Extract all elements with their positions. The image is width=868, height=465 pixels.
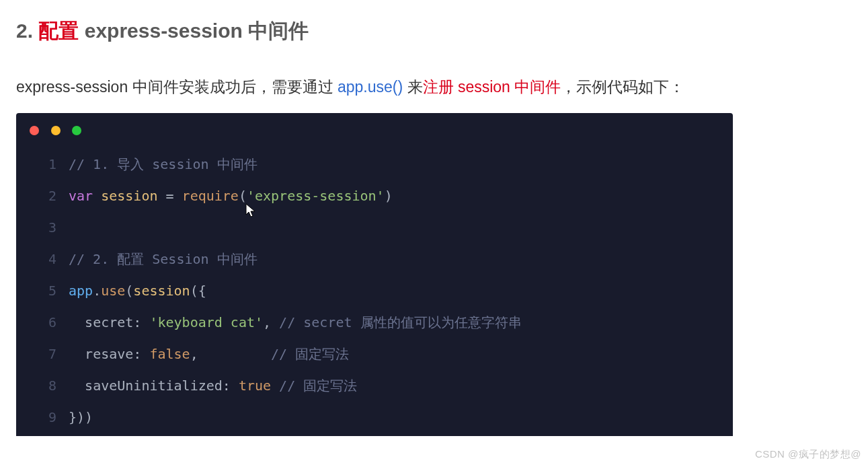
intro-paragraph: express-session 中间件安装成功后，需要通过 app.use() …	[16, 75, 852, 100]
code-token	[69, 314, 85, 330]
code-line: 1// 1. 导入 session 中间件	[16, 149, 733, 180]
line-content: // 1. 导入 session 中间件	[69, 149, 258, 180]
code-token: false	[149, 346, 190, 362]
code-token	[69, 346, 85, 362]
code-line: 6 secret: 'keyboard cat', // secret 属性的值…	[16, 307, 733, 338]
code-token	[271, 378, 279, 394]
code-block: 1// 1. 导入 session 中间件2var session = requ…	[16, 142, 733, 436]
line-number: 6	[16, 307, 69, 338]
code-token: :	[223, 378, 239, 394]
intro-text-1: express-session 中间件安装成功后，需要通过	[16, 78, 338, 96]
code-token	[93, 188, 101, 204]
code-token: use	[101, 283, 125, 299]
intro-text-3: ，示例代码如下：	[561, 78, 684, 96]
code-line: 2var session = require('express-session'…	[16, 180, 733, 212]
code-token: var	[69, 188, 93, 204]
window-close-icon	[30, 126, 39, 135]
code-line: 7 resave: false, // 固定写法	[16, 338, 733, 370]
section-heading: 2. 配置 express-session 中间件	[16, 17, 852, 45]
code-token: (	[239, 188, 247, 204]
watermark: CSDN @疯子的梦想@	[755, 448, 861, 450]
code-token: :	[133, 314, 149, 330]
window-controls	[16, 113, 733, 142]
code-token: 'keyboard cat'	[149, 314, 263, 330]
line-number: 3	[16, 212, 69, 244]
code-line: 3	[16, 212, 733, 244]
code-token: // 固定写法	[279, 378, 357, 394]
intro-emphasis: 注册 session 中间件	[423, 78, 561, 96]
line-number: 1	[16, 149, 69, 180]
line-content: app.use(session({	[69, 275, 206, 307]
code-token	[69, 378, 85, 394]
code-token: app	[69, 283, 93, 299]
code-token: ({	[190, 283, 206, 299]
code-token: session	[101, 188, 157, 204]
code-token: session	[133, 283, 190, 299]
code-token: resave	[85, 346, 133, 362]
code-line: 8 saveUninitialized: true // 固定写法	[16, 370, 733, 402]
code-token: 'express-session'	[247, 188, 385, 204]
code-token: :	[133, 346, 149, 362]
code-token: require	[182, 188, 239, 204]
code-window: 1// 1. 导入 session 中间件2var session = requ…	[16, 113, 733, 436]
intro-text-2: 来	[403, 78, 422, 96]
code-token: .	[93, 283, 101, 299]
heading-number: 2.	[16, 20, 33, 42]
line-number: 9	[16, 402, 69, 433]
code-token: )	[385, 188, 393, 204]
code-token: saveUninitialized	[85, 378, 223, 394]
code-line: 4// 2. 配置 Session 中间件	[16, 244, 733, 275]
heading-rest: express-session 中间件	[79, 20, 309, 42]
code-token: // secret 属性的值可以为任意字符串	[279, 314, 521, 330]
line-number: 5	[16, 275, 69, 307]
line-number: 7	[16, 338, 69, 370]
line-content: resave: false, // 固定写法	[69, 338, 349, 370]
code-token: }))	[69, 409, 93, 425]
window-minimize-icon	[51, 126, 61, 135]
code-token: true	[239, 378, 271, 394]
line-content: saveUninitialized: true // 固定写法	[69, 370, 357, 402]
window-zoom-icon	[72, 126, 81, 135]
code-token: ,	[263, 314, 279, 330]
line-number: 8	[16, 370, 69, 402]
code-token: // 1. 导入 session 中间件	[69, 156, 258, 172]
code-token: (	[125, 283, 133, 299]
line-content: // 2. 配置 Session 中间件	[69, 244, 258, 275]
code-token: // 2. 配置 Session 中间件	[69, 251, 258, 267]
code-line: 5app.use(session({	[16, 275, 733, 307]
code-line: 9}))	[16, 402, 733, 433]
code-token: secret	[85, 314, 133, 330]
line-content: secret: 'keyboard cat', // secret 属性的值可以…	[69, 307, 522, 338]
line-number: 4	[16, 244, 69, 275]
line-number: 2	[16, 180, 69, 212]
intro-code-ref: app.use()	[338, 78, 403, 96]
heading-emphasis: 配置	[38, 20, 79, 42]
line-content: var session = require('express-session')	[69, 180, 393, 212]
code-token: ,	[190, 346, 271, 362]
line-content: }))	[69, 402, 93, 433]
code-token: // 固定写法	[271, 346, 349, 362]
code-token: =	[157, 188, 182, 204]
